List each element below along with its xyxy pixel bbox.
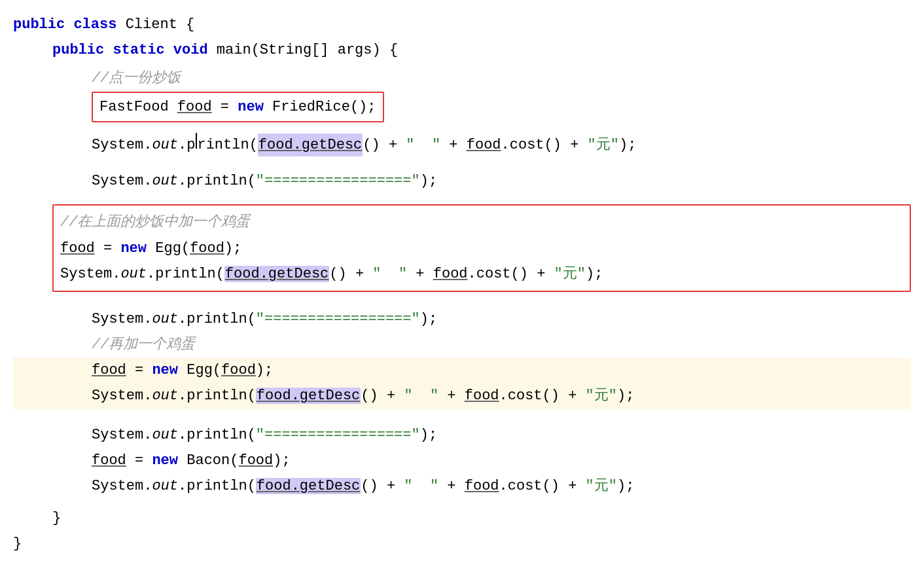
out2: out (152, 170, 178, 192)
blank5 (13, 499, 911, 505)
out7: out (152, 475, 178, 498)
comment-text2: //在上面的炒饭中加一个鸡蛋 (60, 211, 250, 234)
comment-line2: //在上面的炒饭中加一个鸡蛋 (60, 209, 903, 235)
section-friedrice: //点一份炒饭 FastFood food = new FriedRice(); (13, 63, 911, 126)
class-friedrice: FriedRice() (272, 99, 367, 115)
line-println-egg1: System.out.println(food.getDesc() + " " … (60, 261, 903, 287)
line-println-egg2: System.out.println(food.getDesc() + " " … (13, 383, 911, 408)
sys6: System. (92, 424, 152, 446)
line-separator1: System.out.println("================="); (13, 168, 911, 194)
print1-rest2: .cost() + "元"); (501, 134, 637, 156)
line-close-method: } (13, 505, 911, 531)
egg2-close: ); (256, 359, 273, 382)
comment-line3: //再加一个鸡蛋 (13, 332, 911, 357)
keyword-public: public (13, 13, 73, 36)
out3: out (120, 263, 147, 285)
line-println-bacon: System.out.println(food.getDesc() + " " … (13, 473, 911, 499)
print4: .println("================="); (178, 308, 437, 331)
food-bacon: food (92, 449, 126, 472)
red-box-friedrice: FastFood food = new FriedRice(); (92, 92, 384, 122)
class-bacon: Bacon( (187, 449, 238, 472)
class-name-client: Client (126, 13, 186, 36)
print2: .println("================="); (178, 170, 437, 192)
out1: out (152, 134, 178, 156)
sys1: System. (92, 134, 152, 156)
print1-rest1: () + " " + (363, 134, 466, 156)
print7: .println(food.getDesc() + " " + food.cos… (178, 475, 634, 498)
food-ref2: food (467, 134, 501, 156)
kw-new1: new (238, 99, 272, 115)
line-egg2: food = new Egg(food); (13, 357, 911, 383)
brace-close-class: } (13, 532, 22, 555)
brace-close-method: } (52, 507, 61, 530)
print3: .println(food.getDesc() + " " + food.cos… (147, 263, 603, 285)
var-food1: food (177, 99, 212, 115)
equals4: = (126, 449, 152, 472)
print5: .println(food.getDesc() + " " + food.cos… (178, 384, 634, 407)
equals1: = (212, 99, 238, 115)
print6: .println("================="); (178, 424, 437, 446)
line-method-decl: public static void main(String[] args) { (13, 37, 911, 63)
comment-text1: //点一份炒饭 (92, 67, 181, 90)
kw-new3: new (152, 359, 187, 382)
print1-post: rintln( (197, 134, 257, 156)
method-main: main(String[] args) { (217, 39, 398, 62)
out4: out (152, 308, 178, 331)
keyword-class: class (73, 13, 125, 36)
sys5: System. (92, 384, 152, 407)
sys3: System. (60, 263, 120, 285)
food-egg1-arg: food (190, 237, 224, 260)
line-close-class: } (13, 531, 911, 556)
red-box-egg1: //在上面的炒饭中加一个鸡蛋 food = new Egg(food); Sys… (52, 204, 911, 292)
brace-open: { (186, 13, 194, 36)
code-editor: public class Client { public static void… (13, 7, 911, 562)
kw-new2: new (120, 237, 155, 260)
class-egg2: Egg( (187, 359, 221, 382)
semi1: ; (367, 99, 376, 115)
sys2: System. (92, 170, 152, 192)
print1-pre: .p (178, 134, 195, 156)
egg1-close: ); (224, 237, 241, 260)
class-egg1: Egg( (155, 237, 190, 260)
food-egg2: food (92, 359, 126, 382)
blank3 (13, 296, 911, 306)
equals2: = (95, 237, 121, 260)
equals3: = (126, 359, 152, 382)
food-egg1: food (60, 237, 95, 260)
sys7: System. (92, 475, 152, 498)
comment-text3: //再加一个鸡蛋 (92, 333, 195, 356)
food-egg2-arg: food (221, 359, 256, 382)
out6: out (152, 424, 178, 446)
line-separator3: System.out.println("================="); (13, 422, 911, 448)
food-bacon-arg: food (238, 449, 273, 472)
type-fastfood: FastFood (99, 99, 177, 115)
line-class-decl: public class Client { (13, 12, 911, 37)
line-egg1: food = new Egg(food); (60, 236, 903, 261)
kw-new4: new (152, 449, 187, 472)
line-separator2: System.out.println("================="); (13, 306, 911, 332)
line-println1: System.out.println(food.getDesc() + " " … (13, 132, 911, 158)
line-bacon: food = new Bacon(food); (13, 448, 911, 473)
keyword-void: void (173, 39, 217, 62)
keyword-static: static (113, 39, 173, 62)
sys4: System. (92, 308, 152, 331)
out5: out (152, 384, 178, 407)
keyword-public2: public (52, 39, 113, 62)
comment-line1: //点一份炒饭 (92, 65, 911, 91)
blank1 (13, 158, 911, 168)
blank2 (13, 194, 911, 204)
bacon-close: ); (273, 449, 290, 472)
food-ref1: food.getDesc (258, 134, 363, 156)
blank4 (13, 409, 911, 422)
